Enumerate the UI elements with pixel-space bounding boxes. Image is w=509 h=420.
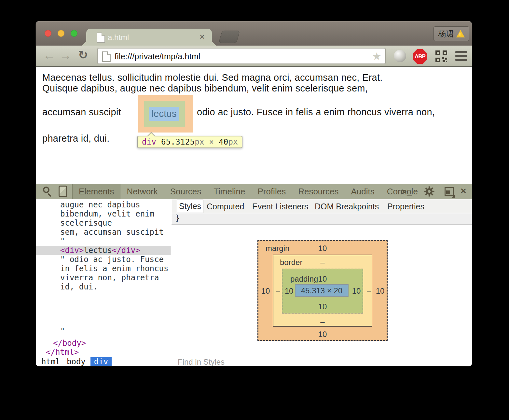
border-right-value[interactable]: – xyxy=(364,287,374,296)
devtools-tab-bar: Elements Network Sources Timeline Profil… xyxy=(72,184,424,199)
zoom-window-button[interactable] xyxy=(71,30,77,37)
page-text-line: odio ac justo. Fusce in felis a enim rho… xyxy=(197,107,435,118)
tab-event-listeners[interactable]: Event Listeners xyxy=(252,202,308,211)
tab-sources[interactable]: Sources xyxy=(164,184,207,199)
style-rule-brace: } xyxy=(172,213,472,225)
tab-network[interactable]: Network xyxy=(120,184,164,199)
close-window-button[interactable] xyxy=(45,30,51,37)
tab-title: a.html xyxy=(108,33,129,42)
hamburger-menu-icon[interactable] xyxy=(455,51,467,63)
tab-elements[interactable]: Elements xyxy=(72,184,120,199)
browser-tab[interactable]: a.html × xyxy=(86,29,212,46)
tab-styles[interactable]: Styles xyxy=(177,200,203,213)
page-doc-icon xyxy=(97,33,105,43)
separator xyxy=(71,185,71,198)
tree-text-node[interactable]: bibendum, velit enim xyxy=(36,209,171,218)
device-mode-icon[interactable] xyxy=(59,186,67,197)
box-model-diagram[interactable]: margin 10 border – padding 10 45.313 × 2… xyxy=(257,240,388,341)
page-content: Maecenas tellus. sollicitudin molestie d… xyxy=(36,67,472,184)
bookmark-star-icon[interactable]: ★ xyxy=(372,50,381,63)
find-in-styles-bar[interactable]: Find in Styles xyxy=(172,357,472,366)
address-bar[interactable]: file:///private/tmp/a.html ★ xyxy=(97,48,386,64)
tree-text-node[interactable]: viverra non, pharetra xyxy=(36,273,171,282)
page-text-line: Quisque dapibus, augue nec dapibus biben… xyxy=(42,83,368,94)
tree-text-node[interactable]: " odio ac justo. Fusce xyxy=(36,255,171,264)
new-tab-button[interactable] xyxy=(219,31,240,43)
tree-text-node[interactable]: sem, accumsan suscipit xyxy=(36,228,171,237)
tree-text-node[interactable]: in felis a enim rhoncus xyxy=(36,264,171,273)
page-text-line: pharetra id, dui. xyxy=(42,133,110,144)
forward-button[interactable]: → xyxy=(59,48,72,62)
tree-text-node[interactable]: " xyxy=(60,327,65,336)
inspect-highlight-content: lectus xyxy=(149,107,179,121)
minimize-window-button[interactable] xyxy=(58,30,64,37)
box-model-content-box[interactable]: 45.313 × 20 xyxy=(295,284,349,297)
page-text-line: accumsan suscipit xyxy=(42,107,121,118)
dock-side-icon[interactable] xyxy=(445,187,454,196)
styles-pane: Styles Computed Event Listeners DOM Brea… xyxy=(172,199,472,366)
padding-top-value[interactable]: 10 xyxy=(282,274,363,284)
padding-bottom-value[interactable]: 10 xyxy=(282,302,363,311)
content-size-value: 45.313 × 20 xyxy=(301,286,342,295)
styles-sidebar-tabs: Styles Computed Event Listeners DOM Brea… xyxy=(172,199,472,213)
title-bar: a.html × 杨珺 ! xyxy=(36,21,472,46)
profile-name: 杨珺 xyxy=(438,29,454,39)
back-button[interactable]: ← xyxy=(43,48,55,62)
margin-bottom-value[interactable]: 10 xyxy=(258,330,387,339)
padding-left-value[interactable]: 10 xyxy=(284,287,294,296)
tree-body-close-tag[interactable]: </body> xyxy=(53,339,86,348)
profile-button[interactable]: 杨珺 ! xyxy=(433,26,469,41)
tree-text-node[interactable]: augue nec dapibus xyxy=(36,200,171,209)
devtools-toolbar: Elements Network Sources Timeline Profil… xyxy=(36,184,472,199)
tab-timeline[interactable]: Timeline xyxy=(207,184,251,199)
tab-dom-breakpoints[interactable]: DOM Breakpoints xyxy=(315,202,379,211)
breadcrumb-div-selected[interactable]: div xyxy=(90,357,112,366)
margin-left-value[interactable]: 10 xyxy=(260,287,271,296)
margin-top-value[interactable]: 10 xyxy=(258,244,387,253)
tree-html-close-tag[interactable]: </html> xyxy=(46,348,79,357)
tree-selected-div-node[interactable]: <div>lectus</div> xyxy=(36,246,171,255)
border-bottom-value[interactable]: – xyxy=(258,317,387,326)
tab-properties[interactable]: Properties xyxy=(387,202,424,211)
devtools-body: augue nec dapibus bibendum, velit enim s… xyxy=(36,199,472,366)
tab-resources[interactable]: Resources xyxy=(292,184,345,199)
find-placeholder: Find in Styles xyxy=(178,357,225,366)
tree-text-node[interactable]: " xyxy=(36,237,171,246)
adblock-abp-icon[interactable]: ABP xyxy=(413,49,427,64)
console-drawer-icon[interactable]: >_ xyxy=(402,187,412,196)
border-top-value[interactable]: – xyxy=(258,258,387,267)
tab-close-icon[interactable]: × xyxy=(199,32,205,42)
breadcrumb-body[interactable]: body xyxy=(67,357,86,366)
inspect-magnifier-icon[interactable] xyxy=(43,187,49,193)
warning-icon: ! xyxy=(456,30,465,37)
element-size-tooltip: div 65.3125px × 40px xyxy=(137,136,242,148)
tab-computed[interactable]: Computed xyxy=(207,202,244,211)
margin-right-value[interactable]: 10 xyxy=(375,287,385,296)
qr-code-icon[interactable] xyxy=(435,50,447,63)
elements-tree-pane: augue nec dapibus bibendum, velit enim s… xyxy=(36,199,171,366)
page-text-line: Maecenas tellus. sollicitudin molestie d… xyxy=(42,72,383,83)
url-text[interactable]: file:///private/tmp/a.html xyxy=(115,52,200,61)
breadcrumb-html[interactable]: html xyxy=(41,357,60,366)
browser-window: a.html × 杨珺 ! ← → ↻ file:///private/tmp/… xyxy=(36,21,472,366)
padding-right-value[interactable]: 10 xyxy=(351,287,362,296)
tab-audits[interactable]: Audits xyxy=(345,184,380,199)
globe-extension-icon[interactable] xyxy=(394,50,406,62)
breadcrumb: html body div xyxy=(36,357,171,366)
tree-text-node[interactable]: id, dui. xyxy=(36,282,171,291)
page-doc-icon xyxy=(102,51,111,62)
gear-settings-icon[interactable] xyxy=(424,186,435,198)
browser-toolbar: ← → ↻ file:///private/tmp/a.html ★ ABP xyxy=(36,46,472,67)
highlighted-text: lectus xyxy=(151,108,177,119)
tab-profiles[interactable]: Profiles xyxy=(251,184,292,199)
devtools-close-icon[interactable]: × xyxy=(461,185,466,196)
border-left-value[interactable]: – xyxy=(273,287,283,296)
tree-text-node[interactable]: scelerisque xyxy=(36,218,171,228)
reload-button[interactable]: ↻ xyxy=(78,48,88,62)
